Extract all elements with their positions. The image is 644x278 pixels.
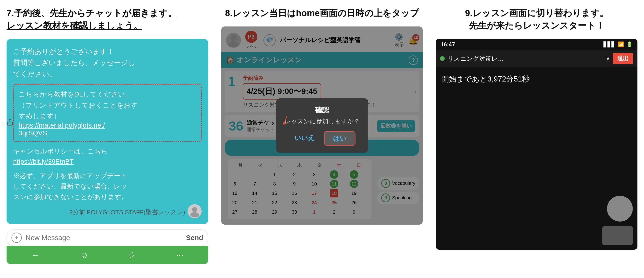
student-video-placeholder xyxy=(602,226,633,245)
chat-bubble-4: ※必ず、アプリを最新にアップデート してください。最新でない場合、レッ スンに参… xyxy=(13,171,202,202)
section-7: 7.予約後、先生からチャットが届きます。 レッスン教材を確認しましょう。 ご予約… xyxy=(0,0,215,271)
dialog-no-button[interactable]: いいえ xyxy=(289,131,320,146)
add-attachment-button[interactable]: + xyxy=(12,232,22,243)
room-chevron-icon: ∨ xyxy=(606,56,610,62)
section-9: 9.レッスン画面に切り替わります。 先生が来たらレッスンスタート！ 16:47 … xyxy=(429,0,644,257)
status-bar: 16:47 ▋▋▋ 📶 🔋 xyxy=(436,39,638,50)
star-nav-button[interactable]: ☆ xyxy=(128,250,136,260)
confirm-dialog: 確認 レッスンに参加しますか？ いいえ はい xyxy=(276,98,368,153)
material-link[interactable]: https://material.polyglots.net/ 3qrSQVS xyxy=(18,122,196,137)
wifi-icon: ▋▋▋ xyxy=(604,42,616,48)
chat-bubble-dashed: こちらから教材をDLしてください。 （プリントアウトしておくことをおす すめしま… xyxy=(13,84,202,142)
more-nav-button[interactable]: ··· xyxy=(176,250,183,260)
dialog-yes-button[interactable]: はい xyxy=(324,131,356,146)
exit-button[interactable]: 退出 xyxy=(612,53,633,64)
chat-timestamp: 2分前 POLYGLOTS STAFF(聖書レッスン) xyxy=(69,208,185,216)
dialog-buttons: いいえ はい xyxy=(284,131,360,146)
section-8-heading: 8.レッスン当日はhome画面の日時の上をタップ xyxy=(221,7,423,20)
countdown-text: 開始まであと3,972分51秒 xyxy=(436,67,638,91)
back-nav-button[interactable]: ← xyxy=(32,250,40,260)
face-nav-button[interactable]: ☺ xyxy=(80,250,88,260)
bottom-nav: ← ☺ ☆ ··· xyxy=(6,246,208,264)
lesson-screen: 16:47 ▋▋▋ 📶 🔋 リスニング対策レ… ∨ 退出 開始まであと3,972… xyxy=(436,39,638,250)
section-7-heading: 7.予約後、先生からチャットが届きます。 レッスン教材を確認しましょう。 xyxy=(6,7,208,32)
chat-panel: ご予約ありがとうございます！ 質問等ございましたら、メッセージし てください。 … xyxy=(6,39,208,224)
chat-avatar-row: 2分前 POLYGLOTS STAFF(聖書レッスン) xyxy=(13,204,202,218)
dialog-body: レッスンに参加しますか？ xyxy=(284,117,360,126)
video-area xyxy=(436,91,638,250)
status-icons: ▋▋▋ 📶 🔋 xyxy=(604,42,633,48)
section-9-heading: 9.レッスン画面に切り替わります。 先生が来たらレッスンスタート！ xyxy=(436,7,638,32)
section-8: 8.レッスン当日はhome画面の日時の上をタップ P3 レベル 💎 パーソナルレ… xyxy=(215,0,430,232)
new-message-input[interactable] xyxy=(26,234,182,242)
teacher-video-placeholder xyxy=(607,196,633,222)
battery-icon: 🔋 xyxy=(626,42,633,48)
send-button[interactable]: Send xyxy=(186,234,203,242)
chat-bubble-1: ご予約ありがとうございます！ 質問等ございましたら、メッセージし てください。 xyxy=(13,46,202,80)
share-icon[interactable] xyxy=(6,118,14,126)
cancel-policy-link[interactable]: https://bit.ly/39EtnBT xyxy=(13,158,74,165)
confirm-dialog-overlay: ↓ 確認 レッスンに参加しますか？ いいえ はい xyxy=(221,26,423,224)
signal-icon: 📶 xyxy=(618,42,624,48)
chat-bubble-3: キャンセルポリシーは、こちら https://bit.ly/39EtnBT xyxy=(13,146,202,167)
dialog-title: 確認 xyxy=(284,106,360,115)
svg-point-2 xyxy=(190,212,199,217)
chat-input-row: + Send xyxy=(6,230,208,246)
connection-status-dot xyxy=(440,56,445,61)
lesson-topbar: リスニング対策レ… ∨ 退出 xyxy=(436,50,638,67)
home-screen: P3 レベル 💎 パーソナルレシピ型英語学習 ⚙️ 表示 🔔 19 🏠 オンライ… xyxy=(221,26,423,224)
staff-avatar xyxy=(188,204,202,218)
status-time: 16:47 xyxy=(440,41,455,48)
lesson-room-name: リスニング対策レ… xyxy=(448,54,603,63)
svg-point-1 xyxy=(192,207,197,212)
